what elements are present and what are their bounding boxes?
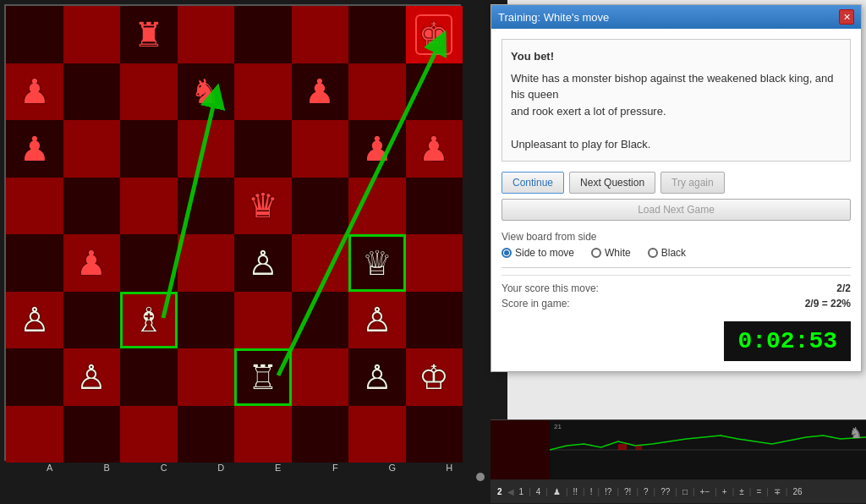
square-e5[interactable]: ♛ <box>234 178 292 235</box>
square-c5[interactable] <box>120 178 178 235</box>
piece-white-pawn-e4: ♙ <box>248 246 278 280</box>
square-c3[interactable]: ♗ <box>120 292 178 349</box>
square-b4[interactable]: ♟ <box>63 234 121 292</box>
square-f1[interactable] <box>292 406 349 463</box>
square-g4[interactable]: ♕ <box>348 234 406 292</box>
square-e2[interactable]: ♖ <box>234 348 292 406</box>
square-f3[interactable] <box>292 292 349 349</box>
square-c6[interactable] <box>120 120 178 178</box>
square-a7[interactable]: ♟ <box>6 63 63 121</box>
graph-btn-2[interactable]: 2 <box>494 486 506 497</box>
graph-btn-dubious[interactable]: ?! <box>621 486 634 497</box>
square-a3[interactable]: ♙ <box>6 292 63 349</box>
square-c1[interactable] <box>120 406 178 463</box>
square-f7[interactable]: ♟ <box>292 63 349 121</box>
radio-side-to-move[interactable]: Side to move <box>502 247 574 259</box>
piece-red-pawn-a7: ♟ <box>19 74 50 108</box>
square-g5[interactable] <box>348 178 406 235</box>
square-g1[interactable] <box>348 406 406 463</box>
square-g2[interactable]: ♙ <box>348 348 406 406</box>
graph-btn-plus-eq[interactable]: + <box>719 486 731 497</box>
graph-btn-square[interactable]: □ <box>679 486 691 497</box>
graph-btn-slight-black[interactable]: ∓ <box>770 486 784 497</box>
square-b3[interactable] <box>63 292 121 349</box>
square-d6[interactable] <box>178 120 235 178</box>
square-a5[interactable] <box>6 178 63 235</box>
square-b7[interactable] <box>63 63 121 121</box>
graph-btn-good[interactable]: ! <box>587 486 596 497</box>
square-e7[interactable] <box>234 63 292 121</box>
feedback-line3: Unpleasant to play for Black. <box>511 136 841 153</box>
square-h1[interactable] <box>406 406 463 463</box>
square-c4[interactable] <box>120 234 178 292</box>
square-f5[interactable] <box>292 178 349 235</box>
square-d4[interactable] <box>178 234 235 292</box>
graph-btn-plus-minus[interactable]: +− <box>697 486 714 497</box>
square-e6[interactable] <box>234 120 292 178</box>
piece-red-pawn-a6: ♟ <box>19 132 50 166</box>
square-a1[interactable] <box>6 406 63 463</box>
chess-board[interactable]: ♜ ♚ ♟ ♞ ♟ ♟ <box>4 4 461 461</box>
square-f6[interactable] <box>292 120 349 178</box>
square-g8[interactable] <box>348 6 406 63</box>
square-h8[interactable]: ♚ <box>406 6 463 63</box>
graph-btn-interesting[interactable]: !? <box>601 486 615 497</box>
square-d5[interactable] <box>178 178 235 235</box>
radio-white-circle <box>591 248 601 258</box>
graph-btn-pawn[interactable]: ♟ <box>550 486 564 497</box>
graph-knight-icon: ♞ <box>849 424 863 442</box>
square-e4[interactable]: ♙ <box>234 234 292 292</box>
score-game-value: 2/9 = 22% <box>805 298 851 310</box>
square-e8[interactable] <box>234 6 292 63</box>
square-c2[interactable] <box>120 348 178 406</box>
square-b1[interactable] <box>63 406 121 463</box>
graph-btn-4[interactable]: 4 <box>533 486 545 497</box>
graph-btn-blunder[interactable]: ?? <box>657 486 673 497</box>
load-next-game-button[interactable]: Load Next Game <box>502 199 851 221</box>
square-b5[interactable] <box>63 178 121 235</box>
timer-display: 0:02:53 <box>724 321 851 361</box>
radio-black[interactable]: Black <box>648 247 686 259</box>
square-h7[interactable] <box>406 63 463 121</box>
square-g6[interactable]: ♟ <box>348 120 406 178</box>
graph-btn-excellent[interactable]: !! <box>570 486 582 497</box>
square-g7[interactable] <box>348 63 406 121</box>
dialog-close-button[interactable]: ✕ <box>839 9 854 25</box>
square-h4[interactable] <box>406 234 463 292</box>
square-d2[interactable] <box>178 348 235 406</box>
square-f4[interactable] <box>292 234 349 292</box>
square-d3[interactable] <box>178 292 235 349</box>
square-g3[interactable]: ♙ <box>348 292 406 349</box>
square-f8[interactable] <box>292 6 349 63</box>
square-c8[interactable]: ♜ <box>120 6 178 63</box>
square-h5[interactable] <box>406 178 463 235</box>
graph-btn-1[interactable]: 1 <box>516 486 528 497</box>
square-h3[interactable] <box>406 292 463 349</box>
square-a6[interactable]: ♟ <box>6 120 63 178</box>
square-a8[interactable] <box>6 6 63 63</box>
graph-btn-equal[interactable]: = <box>753 486 765 497</box>
square-e1[interactable] <box>234 406 292 463</box>
square-e3[interactable] <box>234 292 292 349</box>
try-again-button[interactable]: Try again <box>660 172 725 194</box>
radio-white[interactable]: White <box>591 247 631 259</box>
square-b2[interactable]: ♙ <box>63 348 121 406</box>
continue-button[interactable]: Continue <box>502 172 564 194</box>
square-a4[interactable] <box>6 234 63 292</box>
square-h2[interactable]: ♔ <box>406 348 463 406</box>
graph-btn-26[interactable]: 26 <box>789 486 805 497</box>
square-h6[interactable]: ♟ <box>406 120 463 178</box>
graph-btn-mistake[interactable]: ? <box>640 486 652 497</box>
square-c7[interactable] <box>120 63 178 121</box>
square-b8[interactable] <box>63 6 121 63</box>
svg-rect-4 <box>618 444 627 450</box>
next-question-button[interactable]: Next Question <box>569 172 655 194</box>
square-d7[interactable]: ♞ <box>178 63 235 121</box>
square-d1[interactable] <box>178 406 235 463</box>
graph-btn-slight-white[interactable]: ± <box>736 486 748 497</box>
square-f2[interactable] <box>292 348 349 406</box>
square-a2[interactable] <box>6 348 63 406</box>
square-d8[interactable] <box>178 6 235 63</box>
view-board-section: View board from side Side to move White … <box>502 231 851 259</box>
square-b6[interactable] <box>63 120 121 178</box>
